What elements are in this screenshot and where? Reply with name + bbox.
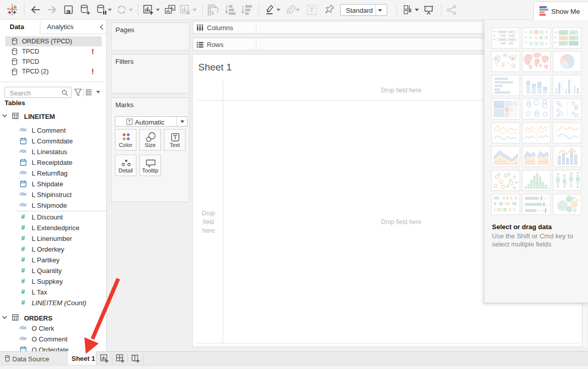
svg-text:756: 756 bbox=[560, 37, 565, 40]
svg-text:542: 542 bbox=[571, 31, 575, 34]
svg-text:2455: 2455 bbox=[560, 42, 566, 45]
svg-text:645: 645 bbox=[571, 37, 575, 40]
svg-text:10560: 10560 bbox=[570, 42, 578, 45]
svg-text:123: 123 bbox=[560, 31, 565, 34]
